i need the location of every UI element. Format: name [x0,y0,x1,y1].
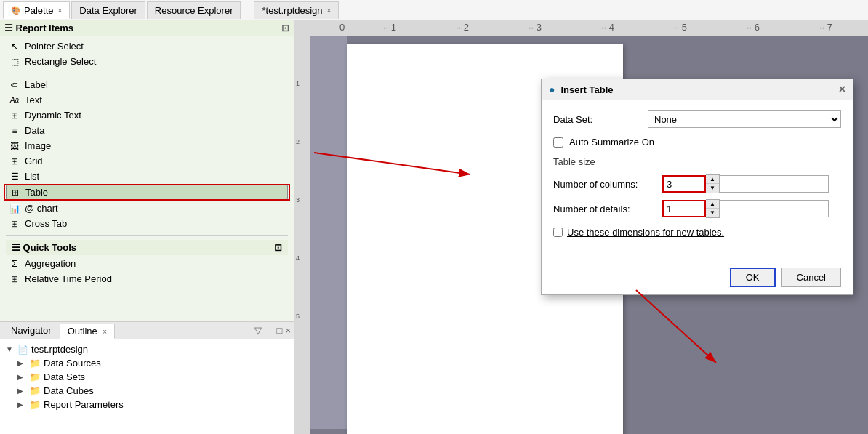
num-details-input[interactable] [662,200,706,217]
tool-chart[interactable]: 📊 @ chart [6,201,288,215]
dataset-select[interactable]: None [648,110,841,128]
use-dimensions-checkbox[interactable] [553,228,563,237]
num-details-down[interactable]: ▼ [706,209,719,217]
tree-root[interactable]: ▼ 📄 test.rptdesign [6,342,288,356]
tree-dc-icon: 📁 [29,385,41,396]
tool-cross-tab[interactable]: ⊞ Cross Tab [6,217,288,230]
tab-editor[interactable]: *test.rptdesign × [254,1,339,19]
tab-palette[interactable]: 🎨 Palette × [3,1,70,19]
tree-dc-label: Data Cubes [44,385,94,396]
tool-cross-tab-label: Cross Tab [25,218,67,229]
ruler-mark-7: ·· 7 [819,22,832,33]
list-icon: ☰ [9,172,20,182]
expand-icon[interactable]: ⊡ [281,23,289,33]
dynamic-text-icon: ⊞ [9,110,20,121]
tool-pointer-select[interactable]: ↖ Pointer Select [6,39,288,53]
num-columns-down[interactable]: ▼ [706,184,719,193]
tool-grid[interactable]: ⊞ Grid [6,154,288,168]
quick-tools-title: ☰ Quick Tools [12,242,76,253]
ruler-left: 1 2 3 4 5 [294,36,310,434]
tree-root-arrow: ▼ [6,345,15,353]
tool-grid-label: Grid [25,156,43,166]
separator-1 [6,73,288,73]
tree-dset-arrow: ▶ [17,373,26,381]
main-layout: ☰ Report Items ⊡ ↖ Pointer Select ⬚ Rect… [0,20,868,434]
top-tab-bar: 🎨 Palette × Data Explorer Resource Explo… [0,0,868,20]
auto-summarize-label: Auto Summarize On [569,137,654,148]
rectangle-select-icon: ⬚ [9,57,20,67]
dialog-title-icon: ● [549,84,555,95]
tool-data[interactable]: ≡ Data [6,124,288,137]
image-icon: 🖼 [9,141,20,151]
tab-editor-close[interactable]: × [327,7,331,15]
tree-dset-label: Data Sets [44,371,85,382]
ruler-mark-2: ·· 2 [456,22,469,33]
tool-text[interactable]: Aa Text [6,93,288,107]
tool-table[interactable]: ⊞ Table [6,185,288,200]
tree-rp-icon: 📁 [29,399,41,410]
tool-aggregation-label: Aggregation [25,258,76,269]
tab-data-explorer[interactable]: Data Explorer [71,1,145,19]
ok-button[interactable]: OK [730,268,776,287]
nav-maximize-icon[interactable]: □ [277,325,283,336]
tree-area: ▼ 📄 test.rptdesign ▶ 📁 Data Sources ▶ 📁 … [0,339,294,414]
tool-rectangle-select-label: Rectangle Select [25,56,96,67]
nav-minimize-icon[interactable]: — [265,325,274,336]
dialog-title-text: Insert Table [560,84,613,95]
canvas-area: 0 ·· 1 ·· 2 ·· 3 ·· 4 ·· 5 ·· 6 ·· 7 1 2… [294,20,868,434]
ruler-mark-3: ·· 3 [529,22,542,33]
use-dimensions-label: Use these dimensions for new tables. [567,227,724,238]
tree-report-params[interactable]: ▶ 📁 Report Parameters [17,398,288,411]
page-sidebar-strip [310,36,347,429]
quick-tools-header: ☰ Quick Tools ⊡ [6,240,288,255]
tab-outline-label: Outline [68,326,97,337]
tree-data-sets[interactable]: ▶ 📁 Data Sets [17,370,288,384]
nav-close-icon[interactable]: × [285,325,291,336]
text-icon: Aa [9,96,20,104]
dialog-body: Data Set: None Auto Summarize On Table s… [542,100,853,260]
tool-dynamic-text[interactable]: ⊞ Dynamic Text [6,108,288,122]
cross-tab-icon: ⊞ [9,219,20,229]
num-details-up[interactable]: ▲ [706,200,719,209]
tree-dset-icon: 📁 [29,371,41,382]
tool-image-label: Image [25,140,51,151]
nav-menu-icon[interactable]: ▽ [254,325,262,336]
auto-summarize-row: Auto Summarize On [553,137,841,148]
ruler-mark-1: ·· 1 [383,22,396,33]
tool-label[interactable]: 🏷 Label [6,78,288,92]
num-details-label: Number of details: [553,204,662,214]
tool-rectangle-select[interactable]: ⬚ Rectangle Select [6,55,288,68]
cancel-button[interactable]: Cancel [781,268,841,287]
ruler-left-mark-4: 4 [296,254,300,262]
tab-navigator[interactable]: Navigator [3,323,60,338]
num-columns-row: Number of columns: ▲ ▼ [553,174,841,193]
tab-editor-label: *test.rptdesign [262,5,322,16]
tab-outline[interactable]: Outline × [60,324,115,339]
left-panel: ☰ Report Items ⊡ ↖ Pointer Select ⬚ Rect… [0,20,294,434]
palette-tools: ↖ Pointer Select ⬚ Rectangle Select 🏷 La… [0,36,294,289]
tree-data-sources[interactable]: ▶ 📁 Data Sources [17,356,288,370]
relative-time-icon: ⊞ [9,274,20,284]
num-columns-input[interactable] [662,175,706,193]
tool-image[interactable]: 🖼 Image [6,139,288,153]
tab-palette-close[interactable]: × [57,7,62,15]
dialog-close-button[interactable]: × [839,84,845,95]
tree-data-cubes[interactable]: ▶ 📁 Data Cubes [17,384,288,398]
num-columns-fill [720,175,829,193]
palette-icon: 🎨 [11,6,21,15]
tool-aggregation[interactable]: Σ Aggregation [6,257,288,270]
tool-relative-time-period[interactable]: ⊞ Relative Time Period [6,272,288,286]
tree-rp-label: Report Parameters [44,399,124,410]
use-dimensions-text: Use these dimensions for new tables. [567,227,724,238]
num-columns-up[interactable]: ▲ [706,175,719,184]
outline-close-icon[interactable]: × [103,328,107,336]
palette-header: ☰ Report Items ⊡ [0,20,294,36]
tab-resource-explorer[interactable]: Resource Explorer [147,1,241,19]
tool-list[interactable]: ☰ List [6,169,288,183]
tree-ds-arrow: ▶ [17,359,26,367]
tab-navigator-label: Navigator [11,325,52,336]
auto-summarize-checkbox[interactable] [553,137,563,148]
tab-resource-explorer-label: Resource Explorer [155,5,233,16]
quick-tools-expand[interactable]: ⊡ [274,242,282,253]
num-columns-input-wrapper: ▲ ▼ [662,174,829,193]
